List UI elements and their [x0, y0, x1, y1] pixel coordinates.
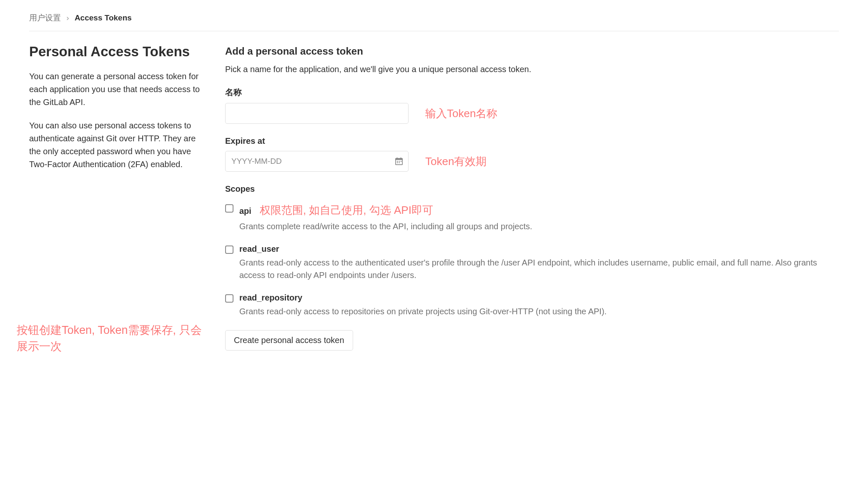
scope-desc-api: Grants complete read/write access to the…: [239, 220, 839, 233]
scope-checkbox-api[interactable]: [225, 204, 233, 213]
expires-label: Expires at: [225, 136, 839, 146]
page-title: Personal Access Tokens: [29, 44, 208, 60]
form-title: Add a personal access token: [225, 45, 839, 57]
scope-checkbox-read-repository[interactable]: [225, 294, 233, 303]
expires-field-group: Expires at Token有效期: [225, 136, 839, 172]
scope-name-read-user: read_user: [239, 244, 279, 253]
scope-desc-read-user: Grants read-only access to the authentic…: [239, 256, 839, 281]
main-form: Add a personal access token Pick a name …: [225, 44, 839, 351]
scope-checkbox-read-user[interactable]: [225, 245, 233, 254]
name-label: 名称: [225, 87, 839, 98]
name-input[interactable]: [225, 103, 409, 124]
scope-name-api: api: [239, 206, 251, 216]
calendar-icon[interactable]: [395, 158, 403, 165]
scopes-section: Scopes api 权限范围, 如自己使用, 勾选 API即可 Grants …: [225, 184, 839, 318]
scope-item-read-repository: read_repository Grants read-only access …: [225, 293, 839, 318]
breadcrumb-current: Access Tokens: [75, 13, 132, 22]
scopes-label: Scopes: [225, 184, 255, 194]
breadcrumb-separator: ›: [66, 13, 69, 22]
create-token-button[interactable]: Create personal access token: [225, 330, 353, 351]
name-annotation: 输入Token名称: [425, 106, 497, 121]
scope-desc-read-repository: Grants read-only access to repositories …: [239, 305, 839, 318]
scope-item-api: api 权限范围, 如自己使用, 勾选 API即可 Grants complet…: [225, 203, 839, 233]
name-field-group: 名称 输入Token名称: [225, 87, 839, 124]
expires-annotation: Token有效期: [425, 154, 487, 169]
scope-item-read-user: read_user Grants read-only access to the…: [225, 244, 839, 281]
breadcrumb-parent[interactable]: 用户设置: [29, 13, 61, 22]
scopes-annotation: 权限范围, 如自己使用, 勾选 API即可: [260, 203, 433, 218]
sidebar-paragraph-1: You can generate a personal access token…: [29, 70, 208, 109]
scope-name-read-repository: read_repository: [239, 293, 302, 302]
form-description: Pick a name for the application, and we'…: [225, 65, 839, 74]
expires-input[interactable]: [225, 151, 409, 172]
submit-annotation: 按钮创建Token, Token需要保存, 只会展示一次: [17, 322, 213, 355]
breadcrumb: 用户设置 › Access Tokens: [29, 13, 839, 31]
content-wrapper: Personal Access Tokens You can generate …: [29, 44, 839, 351]
sidebar-paragraph-2: You can also use personal access tokens …: [29, 119, 208, 171]
sidebar-info: Personal Access Tokens You can generate …: [29, 44, 208, 351]
